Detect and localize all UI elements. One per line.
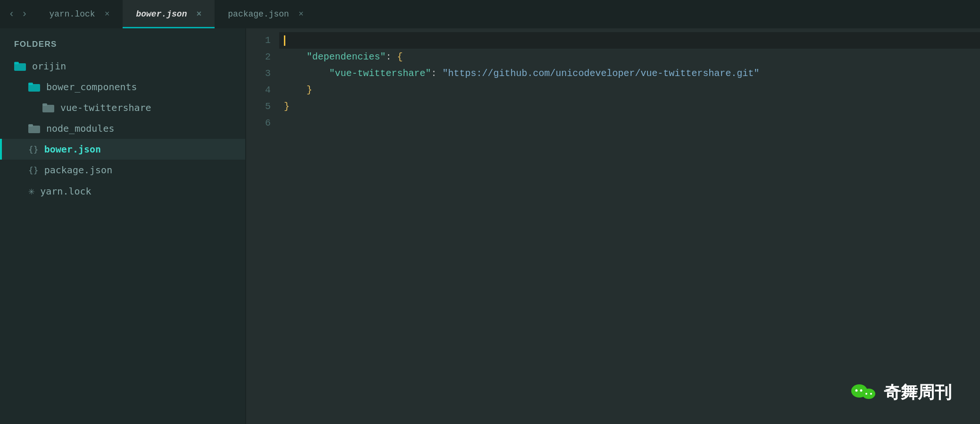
tab-bar: ‹ › yarn.lock × bower.json × package.jso… bbox=[0, 0, 980, 28]
tab-yarn-lock-label: yarn.lock bbox=[49, 9, 95, 19]
folder-open-icon-2 bbox=[28, 82, 41, 92]
folder-closed-icon bbox=[42, 102, 55, 113]
tab-package-json[interactable]: package.json × bbox=[215, 0, 316, 28]
code-line-3: "vue-twittershare": "https://github.com/… bbox=[279, 65, 980, 82]
forward-button[interactable]: › bbox=[21, 8, 27, 20]
folder-closed-icon-2 bbox=[28, 123, 41, 134]
sidebar-item-bower-components-label: bower_components bbox=[46, 81, 137, 93]
line-num-1: 1 bbox=[246, 32, 271, 49]
json-braces-icon-2: {} bbox=[28, 165, 39, 175]
sidebar-item-yarn-lock-label: yarn.lock bbox=[40, 186, 91, 197]
code-content[interactable]: "dependencies": { "vue-twittershare": "h… bbox=[279, 28, 980, 424]
folder-open-icon bbox=[14, 61, 26, 71]
svg-rect-5 bbox=[42, 103, 47, 106]
sidebar-item-bower-components[interactable]: bower_components bbox=[0, 76, 245, 97]
sidebar-item-node-modules-label: node_modules bbox=[46, 123, 115, 134]
line3-indent bbox=[284, 65, 329, 82]
sidebar-item-bower-json[interactable]: {} bower.json bbox=[0, 139, 245, 160]
line-num-2: 2 bbox=[246, 49, 271, 65]
line2-colon: : bbox=[386, 49, 397, 65]
sidebar-item-orijin[interactable]: orijin bbox=[0, 56, 245, 76]
sidebar-item-package-json[interactable]: {} package.json bbox=[0, 160, 245, 180]
line2-brace: { bbox=[397, 49, 403, 65]
tab-yarn-lock[interactable]: yarn.lock × bbox=[36, 0, 123, 28]
sidebar-item-orijin-label: orijin bbox=[32, 60, 66, 72]
sidebar-item-vue-twittershare-label: vue-twittershare bbox=[60, 102, 151, 113]
line-num-5: 5 bbox=[246, 98, 271, 115]
line-num-6: 6 bbox=[246, 115, 271, 131]
line-num-4: 4 bbox=[246, 82, 271, 98]
sidebar-item-bower-json-label: bower.json bbox=[44, 144, 101, 155]
back-button[interactable]: ‹ bbox=[8, 8, 15, 20]
tab-package-json-label: package.json bbox=[228, 9, 289, 19]
editor[interactable]: 1 2 3 4 5 6 "dependencies": { bbox=[245, 28, 980, 424]
code-line-6 bbox=[279, 115, 980, 131]
tab-bower-json[interactable]: bower.json × bbox=[123, 0, 215, 28]
code-line-2: "dependencies": { bbox=[279, 49, 980, 65]
sidebar-item-package-json-label: package.json bbox=[44, 164, 113, 176]
tab-bower-json-label: bower.json bbox=[136, 9, 187, 19]
line2-key: "dependencies" bbox=[307, 49, 386, 65]
yarn-star-icon: ✳ bbox=[28, 185, 34, 197]
line3-colon: : bbox=[431, 65, 442, 82]
code-line-5: } bbox=[279, 98, 980, 115]
svg-rect-2 bbox=[28, 84, 40, 92]
tab-yarn-lock-close[interactable]: × bbox=[105, 9, 110, 19]
json-braces-icon: {} bbox=[28, 144, 39, 154]
nav-arrows: ‹ › bbox=[0, 8, 36, 20]
line4-brace: } bbox=[307, 82, 312, 98]
tab-bower-json-close[interactable]: × bbox=[196, 9, 201, 19]
line4-indent bbox=[284, 82, 307, 98]
code-line-4: } bbox=[279, 82, 980, 98]
sidebar-item-node-modules[interactable]: node_modules bbox=[0, 118, 245, 139]
sidebar-header: FOLDERS bbox=[0, 33, 245, 56]
text-cursor bbox=[284, 35, 285, 46]
main-layout: FOLDERS orijin bower_components bbox=[0, 28, 980, 424]
code-line-1 bbox=[279, 32, 980, 49]
svg-rect-4 bbox=[42, 105, 54, 112]
sidebar-item-yarn-lock[interactable]: ✳ yarn.lock bbox=[0, 180, 245, 202]
line-numbers: 1 2 3 4 5 6 bbox=[246, 28, 279, 424]
code-area: 1 2 3 4 5 6 "dependencies": { bbox=[246, 28, 980, 424]
tab-package-json-close[interactable]: × bbox=[299, 9, 304, 19]
line3-key: "vue-twittershare" bbox=[329, 65, 431, 82]
line-num-3: 3 bbox=[246, 65, 271, 82]
line5-brace: } bbox=[284, 98, 290, 115]
sidebar: FOLDERS orijin bower_components bbox=[0, 28, 245, 424]
sidebar-item-vue-twittershare[interactable]: vue-twittershare bbox=[0, 97, 245, 118]
svg-rect-3 bbox=[28, 83, 33, 85]
svg-rect-1 bbox=[14, 62, 19, 64]
svg-rect-6 bbox=[28, 126, 40, 133]
svg-rect-7 bbox=[28, 124, 33, 127]
line3-value: "https://github.com/unicodeveloper/vue-t… bbox=[442, 65, 759, 82]
line2-indent bbox=[284, 49, 307, 65]
svg-rect-0 bbox=[14, 63, 26, 71]
